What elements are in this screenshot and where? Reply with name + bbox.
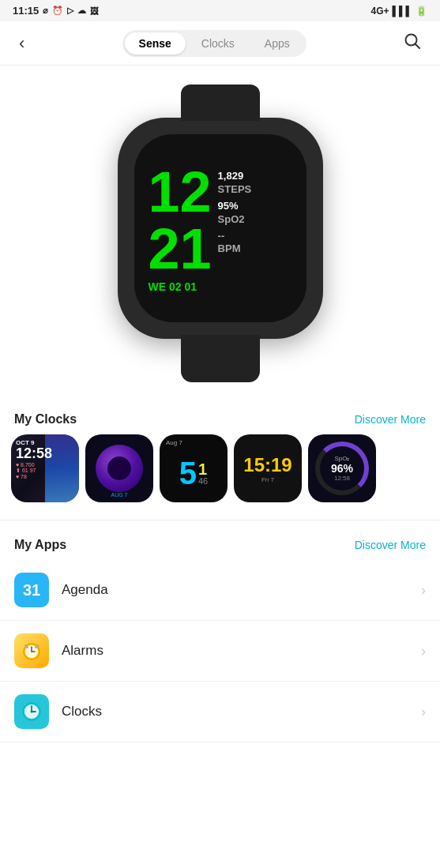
watch-date: WE 02 01 bbox=[149, 280, 197, 293]
clock-thumb-3[interactable]: Aug 7 5 1 46 bbox=[160, 434, 228, 502]
steps-label: STEPS bbox=[218, 183, 252, 197]
watch-screen: 12 21 1,829 STEPS 95% SpO2 -- BPM WE 02 … bbox=[134, 134, 306, 322]
nav-tabs: Sense Clocks Apps bbox=[122, 30, 306, 57]
search-button[interactable] bbox=[397, 29, 427, 57]
agenda-chevron: › bbox=[421, 582, 426, 599]
tab-clocks[interactable]: Clocks bbox=[187, 32, 249, 54]
my-apps-title: My Apps bbox=[14, 538, 66, 552]
svg-point-12 bbox=[31, 711, 33, 713]
back-button[interactable]: ‹ bbox=[13, 30, 31, 57]
alarm-clock-icon bbox=[21, 641, 42, 661]
tab-sense[interactable]: Sense bbox=[125, 32, 186, 54]
bpm-dash: -- bbox=[218, 230, 252, 243]
watch-body: 12 21 1,829 STEPS 95% SpO2 -- BPM WE 02 … bbox=[118, 118, 323, 339]
signal-bars: ▌▌▌ bbox=[392, 6, 412, 17]
cloud-icon: ☁ bbox=[77, 6, 86, 16]
app-row-alarms[interactable]: Alarms › bbox=[0, 621, 440, 682]
status-right: 4G+ ▌▌▌ 🔋 bbox=[370, 6, 427, 17]
clock-thumb-4[interactable]: 15:19 Fri 7 bbox=[234, 434, 302, 502]
clock-thumb-1[interactable]: OCT 9 12:58 ♥ 8,700⬆ 61 97♥ 78 bbox=[11, 434, 79, 502]
clock-thumb-2[interactable]: AUG 7 bbox=[85, 434, 153, 502]
watch-hour-value: 12 bbox=[149, 163, 212, 220]
clocks-app-chevron: › bbox=[421, 704, 426, 720]
clock-icon bbox=[21, 701, 42, 722]
clocks-app-icon bbox=[14, 694, 49, 729]
status-left: 11:15 ⌀ ⏰ ▷ ☁ 🖼 bbox=[13, 5, 99, 17]
my-apps-header: My Apps Discover More bbox=[0, 524, 440, 560]
agenda-label: Agenda bbox=[62, 582, 421, 598]
alarms-chevron: › bbox=[421, 643, 426, 659]
my-clocks-header: My Clocks Discover More bbox=[0, 398, 440, 434]
watch-display: 12 21 1,829 STEPS 95% SpO2 -- BPM WE 02 … bbox=[0, 66, 440, 398]
bpm-label: BPM bbox=[218, 242, 252, 256]
nav-bar: ‹ Sense Clocks Apps bbox=[0, 21, 440, 66]
spo2-label: SpO2 bbox=[218, 213, 252, 227]
separator-1 bbox=[0, 520, 440, 520]
watch-hours: 12 21 bbox=[149, 163, 212, 277]
apps-list: 31 Agenda › Alarms › bbox=[0, 560, 440, 742]
clocks-discover-more[interactable]: Discover More bbox=[355, 413, 426, 426]
my-clocks-title: My Clocks bbox=[14, 412, 77, 426]
spo2-value: 95% bbox=[218, 200, 252, 213]
agenda-icon-number: 31 bbox=[23, 581, 40, 599]
sim-icon: ⌀ bbox=[43, 6, 48, 16]
clock-thumb-5[interactable]: SpO₂ 96% 12:58 bbox=[308, 434, 376, 502]
media-icon: ▷ bbox=[67, 6, 73, 16]
agenda-icon: 31 bbox=[14, 573, 49, 607]
status-time: 11:15 bbox=[13, 5, 39, 17]
app-row-clocks[interactable]: Clocks › bbox=[0, 682, 440, 742]
clocks-row: OCT 9 12:58 ♥ 8,700⬆ 61 97♥ 78 AUG 7 Aug… bbox=[0, 434, 440, 517]
alarms-icon bbox=[14, 633, 49, 668]
alarm-icon: ⏰ bbox=[52, 6, 63, 16]
svg-line-1 bbox=[415, 44, 419, 49]
watch-minute-value: 21 bbox=[149, 220, 212, 277]
apps-discover-more[interactable]: Discover More bbox=[355, 539, 426, 551]
battery-icon: 🔋 bbox=[416, 6, 427, 17]
clocks-app-label: Clocks bbox=[62, 704, 421, 720]
watch-stats: 1,829 STEPS 95% SpO2 -- BPM bbox=[218, 163, 252, 256]
status-bar: 11:15 ⌀ ⏰ ▷ ☁ 🖼 4G+ ▌▌▌ 🔋 bbox=[0, 0, 440, 21]
image-icon: 🖼 bbox=[90, 6, 99, 16]
alarms-label: Alarms bbox=[62, 643, 421, 659]
watch-date-row: WE 02 01 bbox=[149, 280, 292, 293]
app-row-agenda[interactable]: 31 Agenda › bbox=[0, 560, 440, 621]
tab-apps[interactable]: Apps bbox=[250, 32, 304, 54]
network-type: 4G+ bbox=[370, 6, 389, 17]
watch-time-display: 12 21 1,829 STEPS 95% SpO2 -- BPM bbox=[149, 163, 292, 277]
steps-value: 1,829 bbox=[218, 170, 252, 183]
